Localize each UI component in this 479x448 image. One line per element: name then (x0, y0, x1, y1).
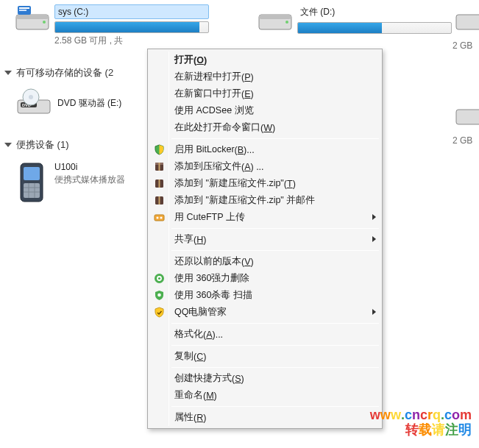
menu-open-label: 打开 (174, 54, 194, 66)
menu-360-scan[interactable]: 使用 360杀毒 扫描 (149, 287, 380, 304)
section-portable-label: 便携设备 (1) (16, 138, 69, 152)
separator (171, 138, 379, 139)
drive-d-title: 文件 (D:) (297, 4, 452, 20)
dvd-drive-icon: DVD (16, 88, 52, 118)
menu-cuteftp-label: 用 CuteFTP 上传 (174, 211, 245, 224)
chevron-down-icon (4, 71, 12, 75)
menu-add-to-archive[interactable]: 添加到压缩文件(A) ... (149, 158, 380, 175)
drive-d[interactable]: 文件 (D:) (258, 4, 452, 34)
svg-point-8 (285, 21, 288, 24)
svg-rect-17 (24, 167, 40, 180)
archive-icon (153, 194, 166, 207)
menu-cuteftp-upload[interactable]: 用 CuteFTP 上传 (149, 209, 380, 226)
svg-point-32 (160, 217, 163, 219)
phone-sub: 便携式媒体播放器 (54, 174, 125, 186)
svg-rect-7 (259, 15, 291, 19)
drive-c-sub: 2.58 GB 可用 , 共 (54, 35, 209, 47)
menu-acdsee-browse[interactable]: 使用 ACDSee 浏览 (149, 102, 380, 119)
menu-properties[interactable]: 属性(R) (149, 409, 380, 426)
menu-share-label: 共享 (174, 233, 194, 246)
menu-qq-guard[interactable]: QQ电脑管家 (149, 304, 380, 321)
qq-guard-icon (153, 306, 166, 319)
menu-qq-guard-label: QQ电脑管家 (174, 306, 227, 319)
phone-icon (16, 162, 49, 203)
menu-360-del-label: 使用 360强力删除 (174, 272, 249, 285)
svg-rect-30 (155, 215, 164, 221)
separator (171, 345, 379, 346)
menu-add-archive-label: 添加到压缩文件 (174, 160, 241, 173)
menu-open[interactable]: 打开(O) (149, 51, 380, 68)
menu-share[interactable]: 共享(H) (149, 231, 380, 248)
menu-open-new-process[interactable]: 在新进程中打开(P) (149, 68, 380, 85)
svg-rect-29 (159, 196, 160, 205)
menu-bitlocker[interactable]: 启用 BitLocker(B)... (149, 141, 380, 158)
menu-add-to-zip-and-mail[interactable]: 添加到 "新建压缩文件.zip" 并邮件 (149, 192, 380, 209)
section-removable-devices[interactable]: 有可移动存储的设备 (2 (4, 66, 113, 79)
archive-icon (153, 160, 166, 173)
shield-icon (153, 143, 166, 156)
right-fragment-1: 2 GB (453, 40, 472, 51)
menu-open-cmd-here[interactable]: 在此处打开命令窗口(W) (149, 119, 380, 136)
svg-point-31 (157, 217, 159, 219)
hdd-icon (258, 4, 293, 34)
svg-point-15 (29, 95, 33, 99)
menu-open-new-process-label: 在新进程中打开 (174, 71, 241, 83)
separator (171, 323, 379, 324)
drive-c[interactable]: sys (C:) 2.58 GB 可用 , 共 (15, 4, 209, 47)
drive-edge-2[interactable] (455, 99, 479, 129)
menu-open-new-window[interactable]: 在新窗口中打开(E) (149, 85, 380, 102)
hdd-icon (455, 99, 479, 129)
360-scan-icon (153, 289, 166, 302)
svg-rect-27 (159, 179, 160, 188)
phone-device-item[interactable]: U100i 便携式媒体播放器 (16, 162, 125, 203)
menu-add-zip-label: 添加到 "新建压缩文件.zip" (174, 177, 284, 190)
section-portable-devices[interactable]: 便携设备 (1) (4, 138, 69, 152)
svg-point-2 (43, 21, 46, 24)
menu-rename-label: 重命名 (174, 389, 203, 402)
menu-open-new-window-label: 在新窗口中打开 (174, 88, 241, 100)
menu-rename[interactable]: 重命名(M) (149, 387, 380, 404)
svg-rect-4 (19, 7, 29, 9)
drive-edge-1[interactable] (455, 4, 479, 34)
menu-restore-previous[interactable]: 还原以前的版本(V) (149, 253, 380, 270)
menu-format[interactable]: 格式化(A)... (149, 326, 380, 343)
menu-copy[interactable]: 复制(C) (149, 348, 380, 365)
phone-title: U100i (54, 162, 125, 172)
watermark: www.cncrq.com 转载请注明 (370, 408, 472, 438)
separator (171, 406, 379, 407)
menu-shortcut-label: 创建快捷方式 (174, 372, 232, 385)
svg-point-36 (157, 294, 161, 297)
svg-rect-10 (456, 110, 479, 124)
hdd-icon (15, 4, 50, 34)
svg-rect-1 (16, 15, 49, 19)
svg-rect-9 (456, 15, 479, 29)
separator (171, 367, 379, 368)
drive-c-bar (54, 21, 209, 33)
menu-properties-label: 属性 (174, 411, 194, 424)
separator (171, 250, 379, 251)
svg-rect-25 (159, 163, 160, 171)
menu-add-to-zip[interactable]: 添加到 "新建压缩文件.zip"(T) (149, 175, 380, 192)
section-removable-label: 有可移动存储的设备 (2 (16, 66, 113, 79)
ftp-icon (153, 211, 166, 224)
menu-copy-label: 复制 (174, 350, 194, 363)
submenu-arrow-icon (372, 236, 376, 242)
menu-add-zip-mail-label: 添加到 "新建压缩文件.zip" 并邮件 (174, 194, 315, 207)
menu-format-label: 格式化 (174, 328, 203, 341)
menu-360-force-delete[interactable]: 使用 360强力删除 (149, 270, 380, 287)
chevron-down-icon (4, 143, 12, 147)
menu-cmd-here-label: 在此处打开命令窗口 (174, 121, 260, 134)
separator (171, 228, 379, 229)
menu-360-scan-label: 使用 360杀毒 扫描 (174, 289, 252, 302)
menu-acdsee-label: 使用 ACDSee 浏览 (174, 104, 254, 117)
submenu-arrow-icon (372, 309, 376, 315)
right-fragment-2: 2 GB (453, 135, 472, 146)
submenu-arrow-icon (372, 214, 376, 220)
dvd-drive-item[interactable]: DVD DVD 驱动器 (E:) (16, 88, 121, 118)
menu-bitlocker-label: 启用 BitLocker (174, 143, 235, 156)
archive-icon (153, 177, 166, 190)
svg-rect-5 (19, 10, 26, 11)
svg-rect-18 (24, 183, 40, 198)
menu-create-shortcut[interactable]: 创建快捷方式(S) (149, 370, 380, 387)
drive-d-bar (297, 22, 452, 34)
